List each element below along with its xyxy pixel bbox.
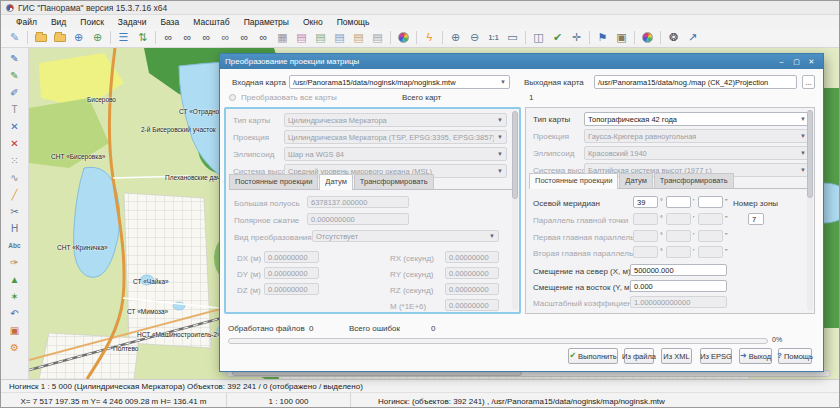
open-internet-map-icon[interactable]: ⊕ (69, 29, 88, 46)
axial-meridian-deg-input[interactable]: 39 (633, 196, 658, 208)
from-epsg-button[interactable]: Из EPSG (700, 348, 732, 364)
horizontal-text-icon[interactable]: H (4, 221, 26, 237)
search-icon[interactable]: ∞ (159, 29, 178, 46)
menu-item-Файл[interactable]: Файл (9, 16, 44, 28)
dialog-close-button[interactable]: ✕ (805, 56, 818, 67)
dialog-minimize-button[interactable]: – (775, 56, 788, 67)
select-by-area-icon[interactable]: ▤ (311, 29, 330, 46)
target-tab-constants[interactable]: Постоянные проекции (529, 173, 618, 189)
target-tab-transform[interactable]: Трансформировать (654, 173, 734, 188)
crane-icon[interactable]: T (4, 102, 26, 118)
topology-icon[interactable]: ⁙ (4, 153, 26, 169)
open-geoportal-icon[interactable]: ⊕ (88, 29, 107, 46)
palette-icon[interactable] (394, 29, 413, 46)
target-type-combo[interactable]: Топографическая 42 года▼ (584, 112, 810, 126)
axial-meridian-sec-input[interactable] (698, 196, 723, 208)
map-scale-indicator[interactable]: 1 : 100 000 (227, 393, 351, 408)
zoom-out-icon[interactable]: ⊖ (465, 29, 484, 46)
zoom-frame-icon[interactable]: ▭ (503, 29, 522, 46)
active-map-info: Ногинск: (объектов: 392 241) , /usr/Pano… (351, 393, 839, 408)
side-toolbar: ✎✎✐T✕✕⁙∿╱✂HAbc✑▲✶↶▣⚙ (1, 48, 29, 379)
north-offset-input[interactable]: 500000.000 (630, 264, 727, 276)
signature-icon[interactable]: ✑ (4, 255, 26, 271)
open-map-icon[interactable] (31, 29, 50, 46)
total-maps-label: Всего карт (402, 93, 441, 102)
image-object-icon[interactable]: ▣ (4, 323, 26, 339)
execute-button[interactable]: ✔ Выполнить (568, 348, 618, 364)
transform-kind-label: Вид преобразования (234, 233, 312, 242)
node-edit-icon[interactable]: ↗ (683, 29, 702, 46)
zone-number-input[interactable]: 7 (748, 213, 764, 225)
from-file-button[interactable]: Из файла (624, 348, 654, 364)
menu-item-Масштаб[interactable]: Масштаб (186, 16, 236, 28)
pan-icon[interactable]: ✛ (567, 29, 586, 46)
dialog-titlebar[interactable]: Преобразование проекции матрицы – ▢ ✕ (220, 54, 823, 69)
target-panel-scrollbar[interactable] (807, 110, 813, 311)
menu-item-Окно[interactable]: Окно (296, 16, 330, 28)
search-add-icon[interactable]: ∞ (235, 29, 254, 46)
dialog-maximize-button[interactable]: ▢ (790, 56, 803, 67)
menu-item-База[interactable]: База (153, 16, 186, 28)
flag-icon[interactable]: ⚑ (593, 29, 612, 46)
select-invert-icon[interactable]: ▤ (349, 29, 368, 46)
scrollbar-thumb[interactable] (512, 111, 518, 199)
panel-view-icon[interactable]: ◫ (529, 29, 548, 46)
triangle-icon[interactable]: ▲ (4, 272, 26, 288)
undo-curve-icon[interactable]: ↶ (4, 306, 26, 322)
cleanup-icon[interactable]: ❂ (664, 29, 683, 46)
target-ellipsoid-label: Эллипсоид (533, 149, 574, 158)
select-list-icon[interactable]: ▦ (273, 29, 292, 46)
zoom-in-icon[interactable]: ⊕ (446, 29, 465, 46)
browse-button[interactable]: ... (802, 75, 815, 89)
menu-item-Задачи[interactable]: Задачи (111, 16, 154, 28)
select-by-line-icon[interactable]: ▤ (330, 29, 349, 46)
delete-object-icon[interactable]: ✕ (4, 136, 26, 152)
move-node-icon[interactable]: ✕ (4, 119, 26, 135)
new-map-icon[interactable]: ✎ (5, 29, 24, 46)
snap-line-icon[interactable]: ∿ (4, 170, 26, 186)
exit-button[interactable]: ➜ Выход (739, 348, 772, 364)
refresh-lightning-icon[interactable]: ϟ (420, 29, 439, 46)
source-tab-datum[interactable]: Датум (319, 174, 352, 190)
axial-meridian-min-input[interactable] (666, 196, 691, 208)
dz-input: 0.00000000 (264, 283, 319, 295)
source-panel-scrollbar[interactable] (512, 111, 518, 310)
search-object-icon[interactable]: ∞ (178, 29, 197, 46)
view-check-icon[interactable]: ✔ (548, 29, 567, 46)
map-place-label: СТ «Чайка» (133, 278, 169, 285)
layer-order-icon[interactable]: ⇅ (133, 29, 152, 46)
source-projection-panel: Тип карты Цилиндрическая Меркатора▼ Прое… (224, 107, 521, 314)
from-xml-button[interactable]: Из XML (661, 348, 692, 364)
scrollbar-thumb[interactable] (807, 110, 813, 198)
menu-item-Параметры[interactable]: Параметры (237, 16, 296, 28)
zoom-1-1-icon[interactable]: 1:1 (484, 29, 503, 46)
source-tab-transform[interactable]: Трансформировать (354, 174, 434, 189)
layers-icon[interactable]: ☰ (114, 29, 133, 46)
input-map-combo[interactable]: /usr/Panorama15/data/noginsk/map/noginsk… (289, 75, 510, 89)
menu-item-Поиск[interactable]: Поиск (73, 16, 111, 28)
east-offset-input[interactable]: 0.000 (630, 280, 727, 292)
input-map-label: Входная карта (232, 78, 286, 87)
edit-pencil-icon[interactable]: ✎ (4, 68, 26, 84)
clipboard-icon[interactable]: ▣ (612, 29, 631, 46)
menu-item-Вид[interactable]: Вид (44, 16, 73, 28)
help-button[interactable]: ? Помощь (778, 348, 812, 364)
search-repeat-icon[interactable]: ∞ (254, 29, 273, 46)
text-abc-icon[interactable]: Abc (4, 238, 26, 254)
draw-pencil-icon[interactable]: ✎ (4, 51, 26, 67)
output-map-input[interactable]: /usr/Panorama15/data/nog./map (СК_42)Pro… (594, 75, 797, 89)
colorwheel-icon[interactable] (638, 29, 657, 46)
menu-item-Помощь[interactable]: Помощь (330, 16, 377, 28)
select-clear-icon[interactable]: ▤ (368, 29, 387, 46)
source-tab-constants[interactable]: Постоянные проекции (229, 174, 318, 189)
open-data-icon[interactable] (50, 29, 69, 46)
target-tab-datum[interactable]: Датум (619, 173, 652, 188)
split-line-icon[interactable]: ✐ (4, 85, 26, 101)
cut-object-icon[interactable]: ✂ (4, 204, 26, 220)
search-back-icon[interactable]: ∞ (197, 29, 216, 46)
select-by-frame-icon[interactable]: ▤ (292, 29, 311, 46)
search-continue-icon[interactable]: ∞ (216, 29, 235, 46)
star-icon[interactable]: ✶ (4, 289, 26, 305)
orange-line-icon[interactable]: ╱ (4, 187, 26, 203)
gear-icon[interactable]: ⚙ (4, 340, 26, 356)
